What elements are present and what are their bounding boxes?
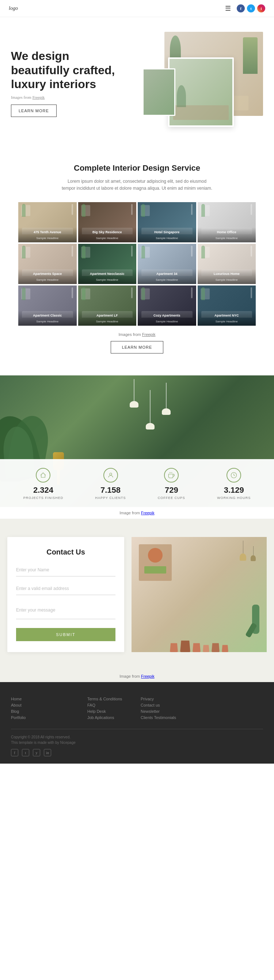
grid-item[interactable]: Home OfficeSample Headline xyxy=(198,202,256,242)
grid-item-overlay: Apartment NYCSample Headline xyxy=(198,311,256,326)
footer-link-blog[interactable]: Blog xyxy=(11,709,80,714)
footer-link-terms[interactable]: Terms & Conditions xyxy=(87,697,133,701)
grid-item-subtitle: Sample Headline xyxy=(96,320,118,323)
mini-plant xyxy=(22,204,25,217)
footer-link-privacy[interactable]: Privacy xyxy=(141,697,210,701)
hero-images xyxy=(125,32,263,134)
grid-item-title: Apartment Classic xyxy=(21,313,74,317)
stat-number: 7.158 xyxy=(95,485,126,495)
footer-facebook-icon[interactable]: f xyxy=(11,749,18,756)
art-rect xyxy=(144,566,166,574)
hero-cta-button[interactable]: LEARN MORE xyxy=(11,105,57,117)
contact-title: Contact Us xyxy=(16,548,116,556)
mini-plant xyxy=(22,246,25,258)
footer-col-3: Privacy Contact us Newsletter Clients Te… xyxy=(141,697,210,722)
grid-item-title: Apartment LF xyxy=(80,313,135,317)
grid-item-title: Hotel Singapore xyxy=(140,230,194,234)
mini-lamp xyxy=(131,204,133,215)
footer-link-testimonials[interactable]: Clients Testimonials xyxy=(141,715,210,720)
grid-item[interactable]: Luxurious HomeSample Headline xyxy=(198,244,256,284)
mini-lamp xyxy=(71,287,73,298)
pots-row xyxy=(131,640,267,652)
footer-grid: Home About Blog Portfolio Terms & Condit… xyxy=(11,697,263,722)
grid-item-overlay: Apartment 34Sample Headline xyxy=(138,269,196,284)
footer-link-helpdesk[interactable]: Help Desk xyxy=(87,709,133,714)
footer-linkedin-icon[interactable]: in xyxy=(44,749,51,756)
stats-section: 2.324PROJECTS FINISHED7.158HAPPY CLIENTS… xyxy=(0,375,274,507)
grid-item-subtitle: Sample Headline xyxy=(36,237,59,240)
footer-link-faq[interactable]: FAQ xyxy=(87,703,133,707)
grid-item[interactable]: Apartment ClassicSample Headline xyxy=(18,285,77,326)
stat-number: 729 xyxy=(158,485,185,495)
footer-link-portfolio[interactable]: Portfolio xyxy=(11,715,80,720)
pot-3 xyxy=(193,643,201,652)
services-title: Complete Interior Design Service xyxy=(11,163,263,173)
grid-item-title: Big Sky Residence xyxy=(80,230,135,234)
grid-item-overlay: Apartment ClassicSample Headline xyxy=(18,311,77,326)
grid-item-subtitle: Sample Headline xyxy=(36,320,59,323)
message-input[interactable] xyxy=(16,601,116,619)
hanging-ball-1 xyxy=(240,554,246,561)
grid-item[interactable]: 475 Tenth AvenueSample Headline xyxy=(18,202,77,242)
hamburger-icon[interactable]: ☰ xyxy=(225,5,231,13)
footer-link-contact[interactable]: Contact us xyxy=(141,703,210,707)
contact-freepik-link[interactable]: Freepik xyxy=(141,674,155,678)
footer-link-home[interactable]: Home xyxy=(11,697,80,701)
grid-item[interactable]: Hotel SingaporeSample Headline xyxy=(138,202,196,242)
social-icons: f t i xyxy=(237,5,265,13)
hanging-1 xyxy=(240,541,246,561)
grid-item-title: Luxurious Home xyxy=(200,272,254,275)
footer-twitter-icon[interactable]: t xyxy=(22,749,29,756)
lamp-shade-3 xyxy=(162,408,171,415)
grid-item-subtitle: Sample Headline xyxy=(215,237,238,240)
footer-youtube-icon[interactable]: y xyxy=(33,749,40,756)
footer-link-newsletter[interactable]: Newsletter xyxy=(141,709,210,714)
mini-lamp xyxy=(250,287,252,298)
grid-item[interactable]: Apartment NYCSample Headline xyxy=(198,285,256,326)
name-input[interactable] xyxy=(16,564,116,576)
grid-item-subtitle: Sample Headline xyxy=(36,278,59,282)
grid-item-overlay: 475 Tenth AvenueSample Headline xyxy=(18,228,77,242)
stats-freepik-link[interactable]: Freepik xyxy=(141,511,155,515)
stat-label: HAPPY CLIENTS xyxy=(95,496,126,500)
contact-freepik-note: Image from Freepik xyxy=(0,670,274,682)
lamps-decor xyxy=(130,379,171,430)
logo: logo xyxy=(9,5,18,11)
grid-item-overlay: Cozy ApartmentsSample Headline xyxy=(138,311,196,326)
grid-freepik-link[interactable]: Freepik xyxy=(142,332,156,337)
learn-more-button[interactable]: LEARN MORE xyxy=(111,341,164,353)
hero-section: We design beautifully crafted, luxury in… xyxy=(0,17,274,145)
header: logo ☰ f t i xyxy=(0,0,274,17)
grid-item-overlay: Home OfficeSample Headline xyxy=(198,228,256,242)
lamp-wire xyxy=(134,379,135,401)
grid-item[interactable]: Apartment 34Sample Headline xyxy=(138,244,196,284)
stat-item: 2.324PROJECTS FINISHED xyxy=(24,468,63,500)
grid-item[interactable]: Cozy ApartmentsSample Headline xyxy=(138,285,196,326)
grid-item[interactable]: Big Sky ResidenceSample Headline xyxy=(78,202,137,242)
email-input[interactable] xyxy=(16,582,116,595)
grid-item[interactable]: Apartments SpaceSample Headline xyxy=(18,244,77,284)
footer-link-about[interactable]: About xyxy=(11,703,80,707)
mini-plant xyxy=(82,287,86,300)
mini-plant xyxy=(82,204,86,217)
hanging-wire-2 xyxy=(253,546,253,555)
mini-lamp xyxy=(131,246,133,257)
mini-lamp xyxy=(71,246,73,257)
submit-button[interactable]: SUBMIT xyxy=(16,628,116,641)
wall-art xyxy=(139,544,172,581)
pot-4 xyxy=(203,645,209,652)
freepik-link[interactable]: Freepik xyxy=(33,95,45,99)
facebook-icon[interactable]: f xyxy=(237,5,245,13)
footer-link-jobs[interactable]: Job Aplications xyxy=(87,715,133,720)
twitter-icon[interactable]: t xyxy=(247,5,255,13)
mini-plant xyxy=(201,287,205,300)
grid-item[interactable]: Apartment LFSample Headline xyxy=(78,285,137,326)
instagram-icon[interactable]: i xyxy=(257,5,265,13)
services-section: Complete Interior Design Service Lorem i… xyxy=(0,145,274,375)
grid-freepik-note: Images from Freepik xyxy=(11,332,263,337)
grid-item[interactable]: Apartment NeoclassicSample Headline xyxy=(78,244,137,284)
mini-lamp xyxy=(250,204,252,215)
mini-plant xyxy=(141,204,145,217)
mini-lamp xyxy=(250,246,252,257)
grid-item-title: Home Office xyxy=(200,230,254,234)
